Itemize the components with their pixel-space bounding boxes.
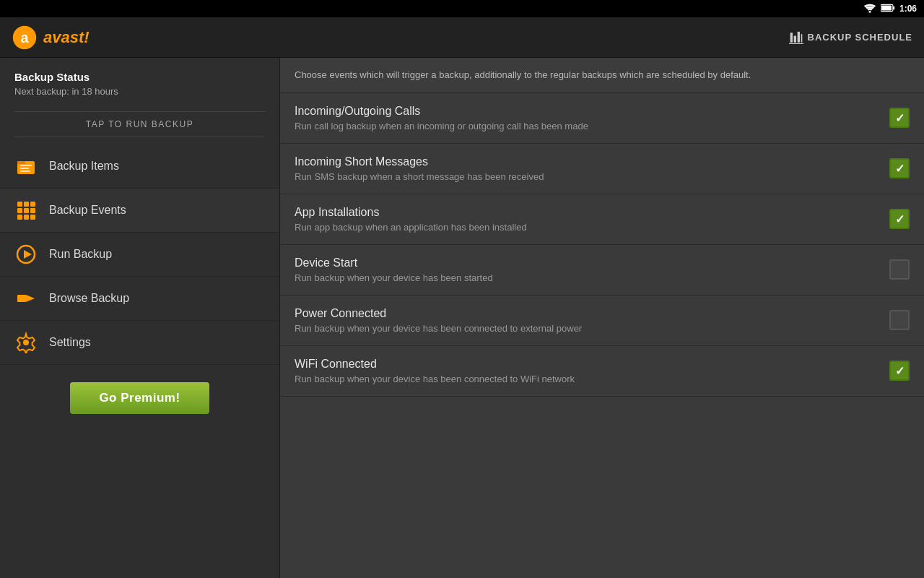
svg-marker-27 (26, 295, 35, 302)
svg-rect-20 (24, 208, 29, 213)
event-title-incoming-short-messages: Incoming Short Messages (295, 155, 889, 168)
event-desc-incoming-short-messages: Run SMS backup when a short message has … (295, 171, 889, 182)
event-text-power-connected: Power ConnectedRun backup when your devi… (295, 307, 889, 334)
svg-rect-18 (30, 202, 35, 207)
svg-point-0 (868, 11, 871, 13)
backup-events-icon (14, 199, 38, 222)
header: a avast! BACKUP SCHEDULE (0, 17, 924, 58)
event-title-app-installations: App Installations (295, 206, 889, 219)
event-checkbox-incoming-short-messages[interactable]: ✓ (889, 158, 910, 178)
sidebar-item-backup-events-label: Backup Events (49, 204, 126, 217)
event-item-wifi-connected[interactable]: WiFi ConnectedRun backup when your devic… (280, 346, 924, 397)
svg-rect-6 (790, 33, 792, 42)
svg-text:a: a (20, 30, 29, 46)
svg-point-28 (23, 340, 29, 345)
browse-backup-icon (14, 287, 38, 310)
sidebar-item-browse-backup[interactable]: Browse Backup (0, 277, 279, 321)
svg-rect-9 (801, 34, 802, 43)
event-title-wifi-connected: WiFi Connected (295, 358, 889, 371)
time-display: 1:06 (899, 4, 917, 14)
event-item-power-connected[interactable]: Power ConnectedRun backup when your devi… (280, 296, 924, 346)
sidebar-item-settings[interactable]: Settings (0, 321, 279, 365)
event-text-app-installations: App InstallationsRun app backup when an … (295, 206, 889, 233)
run-backup-icon (14, 243, 38, 266)
svg-rect-3 (881, 6, 892, 11)
svg-rect-21 (30, 208, 35, 213)
go-premium-button[interactable]: Go Premium! (70, 382, 209, 414)
svg-rect-26 (17, 295, 26, 302)
event-checkbox-device-start[interactable] (889, 259, 910, 280)
tap-to-run-button[interactable]: TAP TO RUN BACKUP (14, 111, 265, 137)
event-desc-app-installations: Run app backup when an application has b… (295, 222, 889, 233)
backup-items-icon (14, 155, 38, 178)
event-item-app-installations[interactable]: App InstallationsRun app backup when an … (280, 194, 924, 245)
svg-rect-15 (20, 171, 30, 172)
backup-schedule-label: BACKUP SCHEDULE (808, 32, 913, 43)
event-item-incoming-short-messages[interactable]: Incoming Short MessagesRun SMS backup wh… (280, 144, 924, 194)
wifi-icon (863, 3, 876, 14)
event-title-device-start: Device Start (295, 256, 889, 269)
sidebar: Backup Status Next backup: in 18 hours T… (0, 58, 280, 578)
avast-logo-icon: a (12, 25, 38, 51)
svg-rect-13 (20, 165, 32, 166)
svg-rect-22 (17, 215, 22, 220)
event-desc-wifi-connected: Run backup when your device has been con… (295, 374, 889, 384)
event-checkbox-app-installations[interactable]: ✓ (889, 209, 910, 229)
event-desc-device-start: Run backup when your device has been sta… (295, 272, 889, 283)
backup-status-title: Backup Status (14, 71, 265, 83)
svg-rect-7 (793, 35, 796, 42)
settings-icon (14, 331, 38, 354)
event-title-incoming-outgoing-calls: Incoming/Outgoing Calls (295, 105, 889, 118)
next-backup-text: Next backup: in 18 hours (14, 86, 265, 97)
battery-icon (881, 4, 895, 14)
event-text-wifi-connected: WiFi ConnectedRun backup when your devic… (295, 358, 889, 384)
sidebar-item-backup-items-label: Backup Items (49, 160, 119, 173)
event-checkbox-wifi-connected[interactable]: ✓ (889, 361, 910, 381)
events-list: Incoming/Outgoing CallsRun call log back… (280, 93, 924, 397)
event-text-incoming-outgoing-calls: Incoming/Outgoing CallsRun call log back… (295, 105, 889, 131)
event-text-device-start: Device StartRun backup when your device … (295, 256, 889, 283)
event-text-incoming-short-messages: Incoming Short MessagesRun SMS backup wh… (295, 155, 889, 182)
svg-rect-23 (24, 215, 29, 220)
header-right: BACKUP SCHEDULE (789, 30, 913, 45)
event-title-power-connected: Power Connected (295, 307, 889, 320)
event-checkbox-power-connected[interactable] (889, 310, 910, 330)
backup-schedule-button[interactable]: BACKUP SCHEDULE (789, 30, 913, 45)
backup-status-section: Backup Status Next backup: in 18 hours (0, 58, 279, 104)
sidebar-item-run-backup-label: Run Backup (49, 248, 112, 261)
event-desc-incoming-outgoing-calls: Run call log backup when an incoming or … (295, 121, 889, 131)
content-description: Choose events which will trigger a backu… (280, 58, 924, 93)
event-desc-power-connected: Run backup when your device has been con… (295, 323, 889, 334)
event-item-device-start[interactable]: Device StartRun backup when your device … (280, 245, 924, 296)
sidebar-item-backup-items[interactable]: Backup Items (0, 144, 279, 189)
svg-rect-8 (797, 31, 799, 42)
svg-rect-2 (893, 7, 894, 10)
svg-rect-17 (24, 202, 29, 207)
main-layout: Backup Status Next backup: in 18 hours T… (0, 58, 924, 578)
svg-rect-14 (20, 168, 29, 169)
status-bar: 1:06 (0, 0, 924, 17)
content-area: Choose events which will trigger a backu… (280, 58, 924, 578)
sidebar-item-browse-backup-label: Browse Backup (49, 292, 129, 305)
sidebar-item-run-backup[interactable]: Run Backup (0, 233, 279, 277)
sidebar-item-backup-events[interactable]: Backup Events (0, 189, 279, 233)
event-item-incoming-outgoing-calls[interactable]: Incoming/Outgoing CallsRun call log back… (280, 93, 924, 144)
svg-rect-12 (17, 161, 25, 164)
sidebar-item-settings-label: Settings (49, 336, 91, 349)
logo-text: avast! (43, 28, 90, 47)
svg-rect-19 (17, 208, 22, 213)
svg-rect-16 (17, 202, 22, 207)
event-checkbox-incoming-outgoing-calls[interactable]: ✓ (889, 108, 910, 128)
logo-area: a avast! (12, 25, 90, 51)
svg-rect-24 (30, 215, 35, 220)
